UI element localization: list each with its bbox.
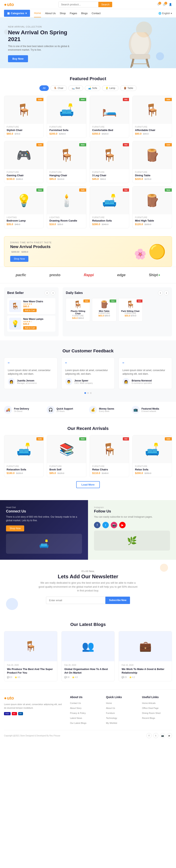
brand-edge[interactable]: edge: [117, 273, 126, 277]
footer-bottom: Copyright @2021 Store Designed & Develop…: [4, 730, 172, 738]
footer-quick_links-anchor-3[interactable]: Technology: [106, 717, 117, 719]
daily-badge-1: New: [109, 300, 116, 303]
filter-table[interactable]: 🪵 Table: [120, 85, 136, 91]
hero-buy-button[interactable]: Buy Now: [8, 55, 28, 62]
connect-shop-button[interactable]: Shop Now: [6, 525, 24, 531]
featured-product-5[interactable]: New 🪑 FURNITURE Hanging Chair $95.0 $110…: [47, 141, 86, 183]
nav-shop[interactable]: Shop: [59, 9, 66, 17]
banner-shop-button[interactable]: Shop Now: [10, 256, 28, 262]
feedback-author-0: 👩 Juanita Jensen Manager, eCommerce: [8, 378, 54, 385]
feedback-quote-icon-1: ": [65, 361, 111, 367]
blog-card-2[interactable]: 💼 Feb 15, 2020 We Work To Make A Good & …: [119, 631, 172, 681]
footer-about-link-3: Latest News: [70, 716, 100, 720]
blog-card-1[interactable]: 👥 Feb 20, 2020 Global Organisation How T…: [61, 631, 115, 681]
cart-icon-wrap[interactable]: 🛒 2: [163, 3, 166, 6]
daily-product-2[interactable]: Hot 🪑 Park Sitting Chair FURNITURE $55.0…: [118, 298, 143, 321]
featured-product-8[interactable]: New 💡 LIGHTING Bedroom Lamp $35.0 $48.0: [4, 186, 44, 228]
bestseller-next-arrow[interactable]: ›: [51, 290, 55, 295]
footer-social-icons: f t 📷 ▶: [146, 733, 172, 738]
featured-product-11[interactable]: New 🪵 FURNITURE Mini High Table $120.0 $…: [132, 186, 172, 228]
footer-instagram-icon[interactable]: 📷: [160, 733, 165, 738]
product-price-new-2: $350.0: [92, 132, 100, 135]
footer-facebook-icon[interactable]: f: [146, 733, 152, 738]
twitter-icon[interactable]: t: [102, 522, 109, 528]
instagram-icon[interactable]: 📷: [111, 522, 117, 528]
footer-youtube-icon[interactable]: ▶: [167, 733, 172, 738]
featured-product-3[interactable]: Sale 🪑 FURNITURE Affordable Chair $80.0 …: [132, 96, 172, 138]
featured-product-6[interactable]: Hot 🪑 FURNITURE 3 Leg Chair $45.0 $60.0: [90, 141, 129, 183]
arrival-product-2[interactable]: Hot 🪑 FURNITURE Relax Chairs $110.0 $140…: [90, 435, 129, 477]
featured-product-7[interactable]: Sale 🪵 FURNITURE Dining Table $220.0 $27…: [132, 141, 172, 183]
product-info-9: LIGHTING Drawing Room Candle $18.0 $25.0: [47, 214, 86, 228]
filter-chair[interactable]: 🪑 Chair: [50, 85, 67, 91]
nav-home[interactable]: Home: [34, 9, 41, 17]
bestseller-item-0[interactable]: 🪑 New Wave Chairs ★★★★★ $80.0 Add to Car…: [7, 298, 55, 314]
daily-name-0: Plastic Sitting Chair: [68, 310, 88, 315]
search-input[interactable]: [58, 2, 98, 7]
arrival-product-1[interactable]: New 📚 FURNITURE Book Self $95.0 $120.0: [47, 435, 86, 477]
language-selector[interactable]: 🌐 English ▾: [158, 12, 172, 15]
newsletter-email-input[interactable]: [46, 597, 105, 604]
connect-title: Connect Us: [6, 509, 82, 514]
product-price-new-5: $95.0: [49, 178, 56, 181]
daily-product-0[interactable]: Sale 🪑 Plastic Sitting Chair FURNITURE $…: [66, 298, 90, 321]
footer-about-anchor-3[interactable]: Latest News: [70, 717, 82, 719]
blog-card-0[interactable]: 🪑 Feb 20, 2020 We Produce The Best And T…: [4, 631, 57, 681]
nav-blogs[interactable]: Blogs: [81, 9, 88, 17]
categories-dropdown[interactable]: ▦ Categories ▾: [4, 10, 30, 17]
brand-shipt[interactable]: Shipt✦: [149, 273, 160, 277]
arrival-product-0[interactable]: Sale 🛋️ FURNITURE Relaxation Sofa $180.0…: [4, 435, 44, 477]
youtube-icon[interactable]: ▶: [119, 522, 126, 528]
brand-rappi[interactable]: Rappi: [84, 273, 94, 277]
newsletter-subscribe-button[interactable]: Subscribe Now: [105, 597, 130, 604]
footer-useful_links-anchor-0[interactable]: Home Articals: [142, 702, 156, 704]
arrival-product-3[interactable]: Sale 🛋️ FURNITURE Relax Sofa $200.0 $250…: [132, 435, 172, 477]
featured-product-10[interactable]: Hot 🛋️ FURNITURE Relaxation Sofa $280.0 …: [90, 186, 129, 228]
footer-useful_links-anchor-2[interactable]: Dining Room Shed: [142, 712, 160, 714]
footer-twitter-icon[interactable]: t: [153, 733, 158, 738]
footer-quick_links-anchor-1[interactable]: About Us: [106, 707, 115, 709]
footer-quick_links-anchor-2[interactable]: Furniture: [106, 712, 115, 714]
footer-useful_links-anchor-3[interactable]: Recent Blogs: [142, 717, 155, 719]
featured-product-1[interactable]: New 🛋️ FURNITURE Furnished Sofa $200.0 $…: [47, 96, 86, 138]
footer-about-anchor-4[interactable]: Our Latest Blogs: [70, 722, 86, 724]
daily-product-1[interactable]: New 🪵 Mini Table FURNITURE $65.0 $80.0: [92, 298, 116, 321]
footer-about-anchor-2[interactable]: Privacy & Policy: [70, 712, 86, 714]
filter-lamp[interactable]: 💡 Lamp: [102, 85, 119, 91]
feedback-text-0: Lorem ipsum dolor sit amet, consectetur …: [8, 369, 54, 376]
bestseller-add-btn-0[interactable]: Add to Cart: [23, 309, 36, 312]
bestseller-add-btn-1[interactable]: Add to Cart: [23, 326, 36, 330]
facebook-icon[interactable]: f: [94, 522, 100, 528]
search-button[interactable]: Search: [98, 2, 112, 7]
user-icon-wrap[interactable]: 👤: [169, 3, 172, 6]
filter-all[interactable]: All: [40, 85, 49, 91]
feedback-dot-0[interactable]: [84, 392, 86, 394]
bestseller-prev-arrow[interactable]: ‹: [45, 290, 49, 295]
load-more-button[interactable]: Load More: [76, 481, 100, 488]
footer-quick_links-anchor-0[interactable]: Home: [106, 702, 112, 704]
daily-prev-arrow[interactable]: ‹: [158, 290, 163, 295]
bestseller-item-1[interactable]: 💡 New Wave Lamps ★★★★☆ $35.0 Add to Cart: [7, 316, 55, 332]
featured-product-9[interactable]: Sale 🕯️ LIGHTING Drawing Room Candle $18…: [47, 186, 86, 228]
featured-product-4[interactable]: Sale 🎮 FURNITURE Gaming Chair $150.0 $18…: [4, 141, 44, 183]
logo[interactable]: ● uto: [4, 2, 14, 7]
feedback-dot-1[interactable]: [87, 392, 89, 394]
feedback-dot-2[interactable]: [90, 392, 92, 394]
featured-product-0[interactable]: Sale 🪑 FURNITURE Stylish Chair $60.0 $70…: [4, 96, 44, 138]
header-icons: 🤍 3 🛒 2 👤: [157, 3, 172, 6]
footer-about-anchor-1[interactable]: About Story: [70, 707, 81, 709]
featured-product-2[interactable]: Hot 🛏️ FURNITURE Comfortable Bed $350.0 …: [90, 96, 129, 138]
daily-next-arrow[interactable]: ›: [164, 290, 169, 295]
brand-presto[interactable]: presto: [49, 273, 60, 277]
nav-about[interactable]: About Us: [45, 9, 56, 17]
product-info-0: FURNITURE Stylish Chair $60.0 $70.0: [4, 124, 43, 137]
filter-bed[interactable]: 🛏️ Bed: [68, 85, 83, 91]
wishlist-icon-wrap[interactable]: 🤍 3: [157, 3, 160, 6]
filter-sofa[interactable]: 🛋️ Sofa: [85, 85, 100, 91]
nav-pages[interactable]: Pages: [70, 9, 77, 17]
footer-useful_links-anchor-1[interactable]: Office Deal Page: [142, 707, 158, 709]
footer-about-anchor-0[interactable]: Contact Us: [70, 702, 81, 704]
nav-contact[interactable]: Contact: [92, 9, 101, 17]
footer-quick_links-anchor-4[interactable]: My Wishlist: [106, 722, 117, 724]
brand-pacific[interactable]: pacfic: [16, 273, 26, 277]
